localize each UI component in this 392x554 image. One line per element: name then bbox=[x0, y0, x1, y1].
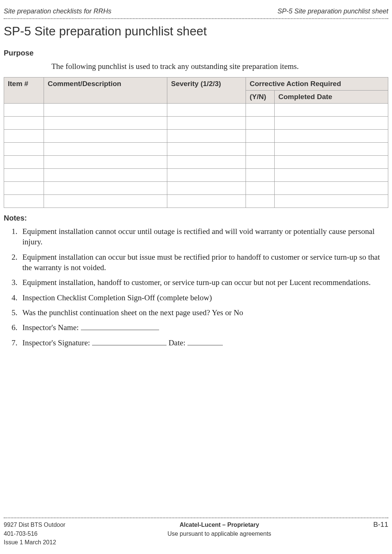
cell-comment[interactable] bbox=[44, 130, 167, 143]
inspector-signature-blank[interactable] bbox=[92, 345, 167, 345]
page-title: SP-5 Site preparation punchlist sheet bbox=[4, 24, 388, 38]
table-row bbox=[4, 143, 388, 156]
th-severity: Severity (1/2/3) bbox=[167, 77, 246, 104]
table-row bbox=[4, 195, 388, 208]
th-comment: Comment/Description bbox=[44, 77, 167, 104]
footer-rule bbox=[4, 517, 388, 518]
cell-yn[interactable] bbox=[246, 182, 275, 195]
cell-item[interactable] bbox=[4, 195, 44, 208]
table-row bbox=[4, 117, 388, 130]
table-row bbox=[4, 130, 388, 143]
note-item: Equipment installation cannot occur unti… bbox=[19, 226, 388, 247]
cell-yn[interactable] bbox=[246, 195, 275, 208]
date-blank[interactable] bbox=[187, 345, 223, 345]
footer-issue: Issue 1 March 2012 bbox=[4, 538, 65, 547]
cell-severity[interactable] bbox=[167, 117, 246, 130]
footer-proprietary: Alcatel-Lucent – Proprietary bbox=[167, 520, 271, 529]
page-footer: 9927 Dist BTS Outdoor 401-703-516 Issue … bbox=[4, 517, 388, 547]
table-row bbox=[4, 169, 388, 182]
cell-yn[interactable] bbox=[246, 143, 275, 156]
date-label: Date: bbox=[167, 338, 187, 347]
cell-severity[interactable] bbox=[167, 195, 246, 208]
th-completed: Completed Date bbox=[275, 91, 388, 104]
cell-comment[interactable] bbox=[44, 104, 167, 117]
cell-comment[interactable] bbox=[44, 117, 167, 130]
th-item: Item # bbox=[4, 77, 44, 104]
cell-comment[interactable] bbox=[44, 169, 167, 182]
cell-completed[interactable] bbox=[275, 156, 388, 169]
cell-completed[interactable] bbox=[275, 182, 388, 195]
cell-completed[interactable] bbox=[275, 143, 388, 156]
inspector-name-blank[interactable] bbox=[81, 330, 159, 330]
th-corrective: Corrective Action Required bbox=[246, 77, 388, 91]
purpose-heading: Purpose bbox=[4, 49, 388, 57]
table-row bbox=[4, 104, 388, 117]
cell-item[interactable] bbox=[4, 117, 44, 130]
cell-severity[interactable] bbox=[167, 143, 246, 156]
cell-item[interactable] bbox=[4, 143, 44, 156]
cell-completed[interactable] bbox=[275, 104, 388, 117]
intro-text: The following punchlist is used to track… bbox=[51, 62, 388, 71]
page-number: B-11 bbox=[373, 520, 388, 529]
note-item: Equipment installation can occur but iss… bbox=[19, 252, 388, 273]
footer-doc-number: 401-703-516 bbox=[4, 529, 65, 538]
inspector-signature-label: Inspector's Signature: bbox=[22, 338, 92, 347]
cell-yn[interactable] bbox=[246, 130, 275, 143]
cell-yn[interactable] bbox=[246, 104, 275, 117]
cell-item[interactable] bbox=[4, 182, 44, 195]
cell-completed[interactable] bbox=[275, 130, 388, 143]
cell-comment[interactable] bbox=[44, 182, 167, 195]
punchlist-table: Item # Comment/Description Severity (1/2… bbox=[4, 77, 388, 208]
cell-item[interactable] bbox=[4, 130, 44, 143]
header-rule bbox=[4, 18, 388, 19]
cell-severity[interactable] bbox=[167, 104, 246, 117]
cell-yn[interactable] bbox=[246, 156, 275, 169]
cell-completed[interactable] bbox=[275, 117, 388, 130]
punchlist-tbody bbox=[4, 104, 388, 208]
note-item: Was the punchlist continuation sheet on … bbox=[19, 307, 388, 318]
cell-severity[interactable] bbox=[167, 156, 246, 169]
notes-list: Equipment installation cannot occur unti… bbox=[5, 226, 388, 348]
cell-severity[interactable] bbox=[167, 169, 246, 182]
cell-completed[interactable] bbox=[275, 169, 388, 182]
cell-comment[interactable] bbox=[44, 156, 167, 169]
cell-comment[interactable] bbox=[44, 195, 167, 208]
footer-use-statement: Use pursuant to applicable agreements bbox=[167, 529, 271, 538]
header-right: SP-5 Site preparation punchlist sheet bbox=[278, 7, 388, 15]
cell-item[interactable] bbox=[4, 104, 44, 117]
note-item-inspector-signature: Inspector's Signature: Date: bbox=[19, 338, 388, 348]
cell-completed[interactable] bbox=[275, 195, 388, 208]
note-item: Inspection Checklist Completion Sign-Off… bbox=[19, 292, 388, 303]
table-row bbox=[4, 156, 388, 169]
cell-comment[interactable] bbox=[44, 143, 167, 156]
note-item: Equipment installation, handoff to custo… bbox=[19, 277, 388, 288]
table-row bbox=[4, 182, 388, 195]
notes-heading: Notes: bbox=[4, 214, 388, 222]
cell-item[interactable] bbox=[4, 156, 44, 169]
cell-item[interactable] bbox=[4, 169, 44, 182]
cell-severity[interactable] bbox=[167, 130, 246, 143]
note-item-inspector-name: Inspector's Name: bbox=[19, 322, 388, 333]
footer-doc-title: 9927 Dist BTS Outdoor bbox=[4, 520, 65, 529]
cell-severity[interactable] bbox=[167, 182, 246, 195]
cell-yn[interactable] bbox=[246, 169, 275, 182]
th-yn: (Y/N) bbox=[246, 91, 275, 104]
inspector-name-label: Inspector's Name: bbox=[22, 323, 81, 332]
running-header: Site preparation checklists for RRHs SP-… bbox=[4, 7, 388, 15]
cell-yn[interactable] bbox=[246, 117, 275, 130]
header-left: Site preparation checklists for RRHs bbox=[4, 7, 111, 15]
